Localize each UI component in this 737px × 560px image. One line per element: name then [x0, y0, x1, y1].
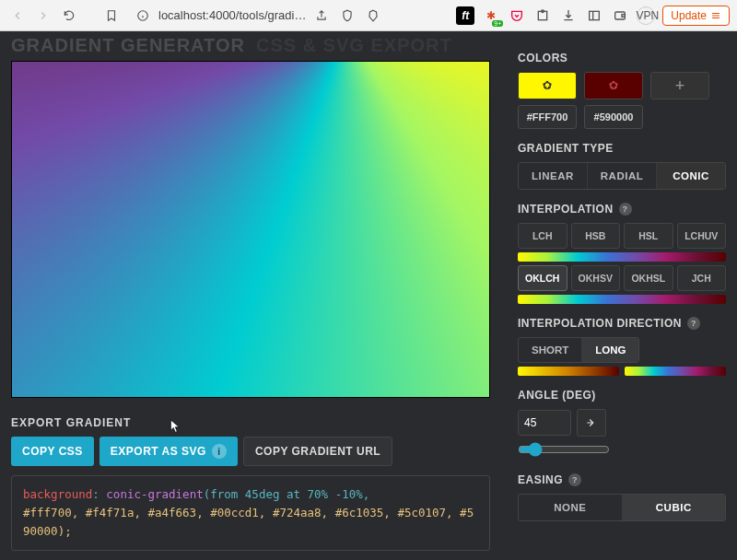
help-icon[interactable]: ?: [687, 317, 700, 330]
easing-cubic[interactable]: CUBIC: [623, 495, 726, 520]
interp-lchuv[interactable]: LCHUV: [677, 223, 727, 249]
direction-spectrum-short: [518, 367, 619, 376]
gradient-type-heading: GRADIENT TYPE: [518, 142, 726, 155]
export-svg-button[interactable]: EXPORT AS SVGi: [99, 437, 238, 466]
address-bar[interactable]: localhost:4000/tools/gradi…: [133, 6, 306, 26]
copy-url-button[interactable]: COPY GRADIENT URL: [243, 437, 392, 466]
angle-heading: ANGLE (DEG): [518, 389, 726, 402]
vpn-pill[interactable]: VPN: [637, 6, 655, 25]
easing-heading: EASING?: [518, 473, 726, 486]
help-icon[interactable]: ?: [568, 473, 581, 486]
spectrum-preview-2: [518, 295, 726, 304]
css-output[interactable]: background: conic-gradient(from 45deg at…: [11, 475, 490, 551]
svg-point-21: [616, 84, 617, 85]
colors-heading: COLORS: [518, 52, 726, 64]
ext-puzzle-icon[interactable]: [533, 6, 552, 25]
direction-heading: INTERPOLATION DIRECTION?: [518, 317, 726, 330]
bookmark-icon[interactable]: [101, 6, 122, 26]
color-hex-1[interactable]: #FFF700: [518, 105, 577, 129]
help-icon[interactable]: ?: [619, 203, 632, 216]
interp-lch[interactable]: LCH: [518, 223, 567, 249]
color-swatch-1[interactable]: [518, 72, 577, 99]
type-conic[interactable]: CONIC: [657, 163, 725, 189]
interp-hsb[interactable]: HSB: [571, 223, 621, 249]
wallet-icon[interactable]: [611, 6, 629, 25]
easing-none[interactable]: NONE: [519, 495, 623, 520]
back-button[interactable]: [7, 6, 28, 26]
svg-rect-7: [615, 12, 626, 19]
svg-point-23: [611, 87, 612, 88]
type-radial[interactable]: RADIAL: [588, 163, 657, 189]
share-icon[interactable]: [311, 6, 332, 26]
svg-point-17: [544, 87, 545, 88]
brave-logo-icon[interactable]: [363, 6, 383, 26]
url-text: localhost:4000/tools/gradi…: [158, 8, 306, 22]
brave-shield-icon[interactable]: [337, 6, 357, 26]
color-hex-2[interactable]: #590000: [584, 105, 643, 129]
svg-point-20: [613, 81, 614, 82]
page-title: GRADIENT GENERATOR CSS & SVG EXPORT: [11, 35, 490, 61]
direction-short[interactable]: SHORT: [519, 338, 582, 362]
direction-spectrum-long: [625, 367, 726, 376]
interpolation-heading: INTERPOLATION?: [518, 203, 726, 216]
spectrum-preview-1: [518, 252, 726, 262]
interp-okhsv[interactable]: OKHSV: [571, 265, 621, 291]
sidebar-icon[interactable]: [585, 6, 603, 25]
add-color-button[interactable]: +: [650, 72, 709, 99]
interp-jch[interactable]: JCH: [677, 265, 727, 291]
site-info-icon[interactable]: [133, 6, 153, 26]
svg-point-19: [610, 84, 611, 85]
svg-point-13: [544, 84, 544, 85]
forward-button[interactable]: [33, 6, 53, 26]
browser-toolbar: localhost:4000/tools/gradi… ft ✱9+ VPN U…: [0, 0, 737, 31]
svg-point-15: [550, 84, 551, 85]
angle-input[interactable]: [518, 410, 571, 436]
download-icon[interactable]: [559, 6, 578, 25]
export-heading: EXPORT GRADIENT: [11, 416, 490, 429]
direction-long[interactable]: LONG: [582, 338, 638, 362]
update-button[interactable]: Update: [662, 6, 730, 26]
interp-oklch[interactable]: OKLCH: [518, 265, 567, 291]
interp-okhsl[interactable]: OKHSL: [624, 265, 673, 291]
gradient-preview: [11, 61, 490, 398]
interp-hsl[interactable]: HSL: [624, 223, 673, 249]
ext-font-icon[interactable]: ft: [456, 6, 474, 25]
svg-rect-8: [622, 14, 625, 17]
angle-slider[interactable]: [518, 442, 610, 457]
copy-css-button[interactable]: COPY CSS: [11, 437, 94, 466]
svg-point-22: [614, 87, 615, 88]
info-icon: i: [212, 444, 227, 459]
color-swatch-2[interactable]: [584, 72, 643, 99]
angle-copy-button[interactable]: [577, 409, 606, 437]
svg-point-16: [548, 87, 549, 88]
svg-rect-5: [590, 11, 600, 19]
ext-pocket-icon[interactable]: [508, 6, 526, 25]
svg-point-14: [546, 81, 547, 82]
ext-star-icon[interactable]: ✱9+: [482, 6, 500, 25]
type-linear[interactable]: LINEAR: [519, 163, 588, 189]
reload-button[interactable]: [59, 6, 79, 26]
